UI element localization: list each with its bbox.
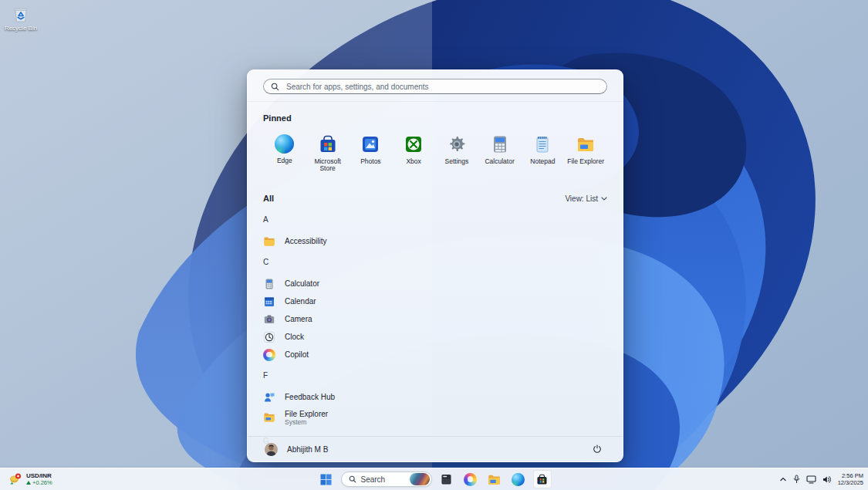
power-icon (593, 444, 602, 454)
pinned-app-file-explorer[interactable]: File Explorer (564, 130, 607, 177)
start-menu: Pinned Edge Microsoft Store (247, 69, 623, 462)
clock-icon (263, 331, 275, 343)
calendar-icon (263, 296, 275, 308)
pinned-section-title: Pinned (263, 113, 607, 123)
start-search-input[interactable] (285, 82, 599, 92)
pinned-app-settings[interactable]: Settings (435, 130, 478, 177)
start-menu-footer: Abhijith M B (248, 436, 623, 461)
finance-widget-icon (8, 472, 22, 486)
calculator-icon (490, 134, 510, 154)
taskbar-app-file-explorer[interactable] (485, 470, 504, 488)
user-name: Abhijith M B (287, 445, 328, 454)
file-explorer-icon (263, 411, 275, 424)
file-explorer-icon (576, 134, 596, 154)
currency-change: +0.26% (26, 479, 52, 486)
all-apps-title: All (263, 194, 274, 203)
app-row-calculator[interactable]: Calculator (263, 275, 607, 292)
notepad-icon (532, 134, 552, 154)
all-apps-header-row: All View: List (263, 194, 607, 203)
letter-header-f[interactable]: F (263, 369, 607, 381)
app-row-clock[interactable]: Clock (263, 328, 607, 346)
photos-icon (360, 134, 380, 154)
pinned-app-edge[interactable]: Edge (263, 130, 306, 177)
feedback-hub-icon (263, 391, 275, 404)
calculator-icon (263, 278, 275, 290)
app-row-copilot[interactable]: Copilot (263, 346, 607, 363)
settings-gear-icon (447, 134, 467, 154)
file-explorer-icon (487, 472, 502, 487)
app-row-feedback-hub[interactable]: Feedback Hub (263, 388, 607, 406)
letter-header-c[interactable]: C (263, 255, 607, 268)
volume-icon[interactable] (822, 475, 832, 484)
trend-up-icon (26, 481, 31, 485)
microphone-icon[interactable] (793, 475, 800, 484)
taskbar-search-label: Search (361, 475, 405, 484)
app-row-accessibility[interactable]: Accessibility (263, 232, 607, 250)
system-tray: 2:56 PM 12/3/2025 (779, 470, 863, 488)
pinned-apps-grid: Edge Microsoft Store (263, 130, 607, 177)
start-menu-body: Pinned Edge Microsoft Store (248, 113, 623, 450)
user-profile-button[interactable]: Abhijith M B (265, 443, 328, 456)
recycle-bin-label: Recycle Bin (5, 25, 37, 32)
taskbar-app-microsoft-store[interactable] (533, 470, 552, 488)
taskbar-center-icons: Search (317, 470, 552, 488)
pinned-app-microsoft-store[interactable]: Microsoft Store (306, 130, 350, 177)
tray-date: 12/3/2025 (838, 479, 863, 486)
search-icon (349, 475, 356, 483)
notebook-app-icon (440, 473, 453, 486)
recycle-bin-icon (11, 4, 31, 24)
start-button[interactable] (317, 470, 336, 488)
xbox-icon (404, 134, 424, 154)
start-search-section (248, 70, 623, 102)
currency-pair: USD/INR (26, 472, 52, 479)
microsoft-store-icon (318, 134, 338, 154)
clock-date-button[interactable]: 2:56 PM 12/3/2025 (838, 472, 863, 486)
widgets-button[interactable]: USD/INR +0.26% (5, 470, 56, 488)
hidden-icons-chevron-icon[interactable] (779, 476, 787, 482)
power-button[interactable] (589, 441, 606, 458)
pinned-app-xbox[interactable]: Xbox (392, 130, 435, 177)
user-avatar (265, 443, 278, 456)
taskbar-app-edge[interactable] (509, 470, 528, 488)
taskbar-search-box[interactable]: Search (341, 471, 432, 487)
microsoft-store-icon (535, 473, 549, 486)
taskbar-app-notebook[interactable] (437, 470, 456, 488)
taskbar: USD/INR +0.26% Search (0, 468, 868, 490)
pinned-app-photos[interactable]: Photos (350, 130, 393, 177)
edge-icon (275, 134, 294, 154)
chevron-down-icon (601, 197, 607, 201)
tray-time: 2:56 PM (838, 472, 863, 479)
camera-icon (263, 313, 275, 326)
copilot-icon (263, 349, 275, 361)
copilot-icon (464, 473, 477, 486)
app-row-subtitle: System (285, 418, 328, 426)
search-highlight-thumbnail (410, 473, 430, 485)
windows-logo-icon (320, 474, 332, 485)
recycle-bin-shortcut[interactable]: Recycle Bin (2, 4, 39, 32)
search-icon (271, 83, 279, 91)
taskbar-app-copilot[interactable] (461, 470, 480, 488)
start-search-box[interactable] (263, 79, 607, 94)
network-icon[interactable] (806, 475, 816, 484)
view-list-dropdown[interactable]: View: List (565, 194, 607, 203)
letter-header-a[interactable]: A (263, 213, 607, 225)
folder-icon (263, 235, 275, 248)
pinned-app-notepad[interactable]: Notepad (522, 130, 565, 177)
app-row-camera[interactable]: Camera (263, 310, 607, 328)
app-row-calendar[interactable]: Calendar (263, 292, 607, 310)
app-row-file-explorer[interactable]: File Explorer System (263, 406, 607, 429)
edge-icon (512, 473, 525, 486)
pinned-app-calculator[interactable]: Calculator (478, 130, 522, 177)
